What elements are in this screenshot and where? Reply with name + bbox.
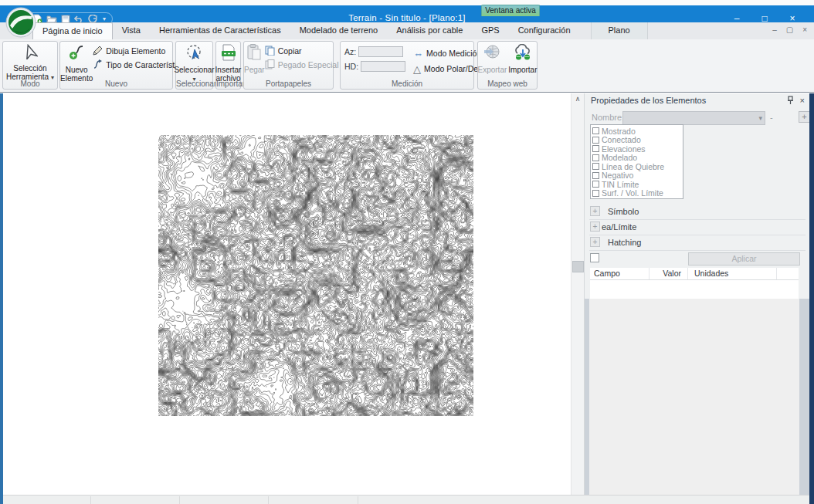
- list-item: Negativo: [591, 171, 683, 181]
- column-header-unidades[interactable]: Unidades: [688, 268, 777, 279]
- chevron-down-icon: ▾: [758, 114, 762, 122]
- checkbox-modelado[interactable]: [592, 154, 599, 161]
- status-bar: [0, 495, 814, 504]
- tab-configuracion[interactable]: Configuración: [509, 22, 580, 39]
- copy-icon: [265, 46, 275, 57]
- pen-icon: [93, 46, 103, 57]
- checkbox-tin-limite[interactable]: [592, 181, 599, 188]
- ribbon-tab-row: Página de inicio Vista Herramientas de C…: [0, 22, 814, 39]
- list-item: TIN Límite: [591, 180, 683, 189]
- draw-element-button[interactable]: Dibuja Elemento: [93, 45, 185, 57]
- tab-plano[interactable]: Plano: [591, 22, 648, 39]
- section-area-limite: + ea/Límite: [589, 220, 806, 235]
- terrain-contour-map[interactable]: [158, 135, 473, 416]
- doc-close-button[interactable]: ×: [802, 25, 807, 35]
- export-globe-icon: [483, 44, 500, 64]
- section-hatching: + Hatching: [589, 235, 806, 251]
- scroll-up-icon[interactable]: ∧: [571, 93, 584, 106]
- checkbox-linea-de-quiebre[interactable]: [592, 163, 599, 170]
- column-header-campo[interactable]: Campo: [590, 268, 650, 279]
- export-web-button[interactable]: Exportar: [477, 42, 507, 79]
- ribbon-group-mapeo-web: Exportar Importar Mapeo web: [477, 41, 538, 90]
- checkbox-elevaciones[interactable]: [592, 145, 599, 152]
- ribbon: Selección Herramienta ▾ Modo NuevoElemen…: [0, 39, 814, 93]
- apply-row: Aplicar: [585, 252, 810, 267]
- ribbon-group-modo: Selección Herramienta ▾ Modo: [2, 41, 58, 90]
- pin-icon[interactable]: [787, 96, 794, 106]
- select-lasso-cursor-icon: [186, 44, 203, 64]
- scrollbar-thumb[interactable]: [572, 261, 584, 272]
- active-window-badge: Ventana activa: [481, 5, 540, 16]
- checkbox-surf-vol-limite[interactable]: [592, 190, 599, 197]
- paste-special-button[interactable]: Pegado Especial: [265, 59, 339, 71]
- feature-type-icon: [93, 59, 103, 71]
- group-label-nuevo: Nuevo: [60, 79, 172, 89]
- name-combobox[interactable]: ▾: [622, 111, 765, 125]
- clipboard-icon: [246, 44, 262, 64]
- paste-special-icon: [265, 59, 275, 71]
- tab-modelado-de-terreno[interactable]: Modelado de terreno: [290, 22, 388, 39]
- ribbon-group-seleccionar: Seleccionar▾ Seleccionar: [175, 41, 213, 90]
- select-button[interactable]: Seleccionar▾: [176, 42, 212, 79]
- checkbox-mostrado[interactable]: [592, 127, 599, 134]
- ribbon-group-importar: Insertararchivo Importar: [215, 41, 241, 90]
- panel-title: Propiedades de los Elementos: [591, 96, 706, 105]
- list-item: Línea de Quiebre: [591, 162, 683, 171]
- properties-panel: Propiedades de los Elementos × Nombre: ▾…: [584, 93, 809, 495]
- tab-vista[interactable]: Vista: [113, 22, 150, 39]
- polar-delta-mode-button[interactable]: △ Modo Polar/Delta: [413, 63, 487, 75]
- tab-gps[interactable]: GPS: [472, 22, 508, 39]
- window-right-edge: [809, 93, 814, 504]
- expand-icon[interactable]: +: [590, 237, 600, 247]
- dash-label: -: [770, 113, 773, 122]
- panel-close-icon[interactable]: ×: [800, 96, 805, 105]
- feature-type-button[interactable]: Tipo de Característica: [93, 59, 185, 71]
- hd-input[interactable]: [361, 61, 405, 72]
- paste-button[interactable]: Pegar: [244, 42, 265, 79]
- app-logo-icon[interactable]: [5, 7, 36, 38]
- doc-restore-button[interactable]: ▢: [786, 25, 793, 35]
- vertical-scrollbar[interactable]: ∧: [571, 93, 584, 495]
- insert-file-button[interactable]: Insertararchivo: [216, 42, 241, 79]
- group-label-importar: Importar: [216, 79, 240, 89]
- triangle-icon: △: [413, 64, 421, 74]
- element-flags-listbox: Mostrado Conectado Elevaciones Modelado …: [590, 124, 683, 199]
- app-window: ▾ Terrain - Sin titulo - [Plano:1] – □ ×…: [0, 0, 814, 504]
- az-input[interactable]: [358, 46, 403, 57]
- apply-button[interactable]: Aplicar: [688, 252, 800, 266]
- ribbon-group-portapapeles: Pegar Copiar Pegado Especial Portapapele…: [243, 41, 334, 90]
- tab-analisis-por-cable[interactable]: Análisis por cable: [387, 22, 472, 39]
- name-label: Nombre:: [592, 113, 624, 122]
- window-top-edge: [0, 0, 814, 5]
- group-label-modo: Modo: [3, 79, 57, 89]
- tool-selection-button[interactable]: Selección Herramienta ▾: [4, 42, 56, 79]
- checkbox-negativo[interactable]: [592, 172, 599, 179]
- tab-herramientas-de-caracteristicas[interactable]: Herramientas de Características: [150, 22, 290, 39]
- import-cloud-icon: [514, 44, 532, 64]
- import-web-button[interactable]: Importar: [508, 42, 537, 79]
- ribbon-group-medicion: Az: HD: ⇔ Modo Medición △ Modo: [340, 41, 474, 90]
- group-label-portapapeles: Portapapeles: [244, 79, 333, 89]
- expand-icon[interactable]: +: [590, 206, 600, 216]
- tab-pagina-de-inicio[interactable]: Página de inicio: [32, 22, 113, 39]
- doc-minimize-button[interactable]: –: [772, 25, 777, 35]
- list-item: Surf. / Vol. Límite: [591, 189, 683, 198]
- window-left-edge: [0, 93, 3, 504]
- group-label-seleccionar: Seleccionar: [176, 79, 212, 89]
- copy-button[interactable]: Copiar: [265, 45, 339, 57]
- document-window-controls: – ▢ ×: [772, 25, 807, 35]
- group-label-medicion: Medición: [341, 79, 473, 89]
- expand-icon[interactable]: +: [590, 222, 600, 232]
- az-label: Az:: [344, 47, 356, 56]
- window-title: Terrain - Sin titulo - [Plano:1]: [0, 13, 814, 22]
- panel-empty-area: [585, 299, 810, 495]
- column-header-valor[interactable]: Valor: [650, 268, 688, 279]
- list-item: Elevaciones: [591, 144, 683, 154]
- list-item: Conectado: [591, 136, 683, 145]
- list-item: Modelado: [591, 154, 683, 163]
- add-name-button[interactable]: +: [799, 111, 810, 123]
- apply-checkbox[interactable]: [590, 253, 599, 262]
- checkbox-conectado[interactable]: [592, 137, 599, 144]
- new-element-button[interactable]: NuevoElemento: [60, 42, 93, 79]
- measure-mode-button[interactable]: ⇔ Modo Medición: [413, 47, 487, 59]
